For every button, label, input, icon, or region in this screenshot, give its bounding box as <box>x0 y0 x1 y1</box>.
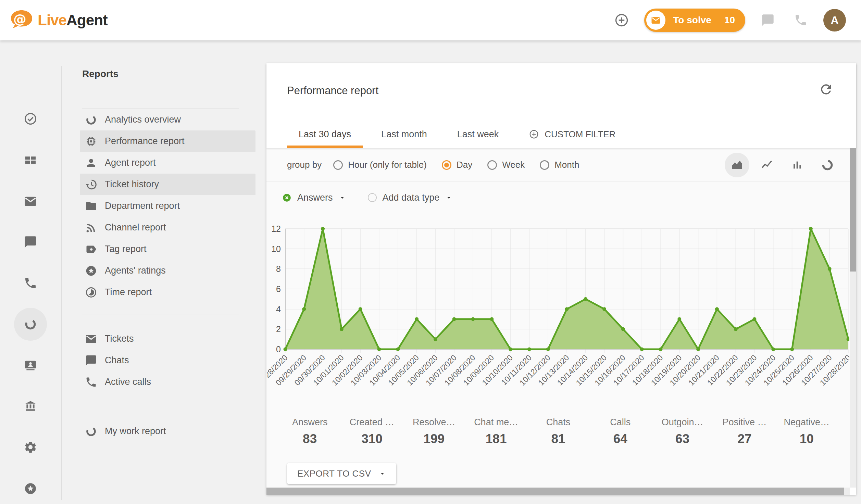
rail-item-dashboard[interactable] <box>0 144 61 177</box>
chevron-down-icon[interactable] <box>339 194 346 201</box>
nav-item-analytics-overview[interactable]: Analytics overview <box>80 109 255 130</box>
group-by-option-month[interactable]: Month <box>540 160 579 170</box>
rail-item-gear[interactable] <box>0 431 61 464</box>
horizontal-scrollbar[interactable] <box>266 488 850 495</box>
brand-live: Live <box>38 12 66 29</box>
memory-icon <box>85 135 97 148</box>
radio-off-icon[interactable] <box>487 160 497 170</box>
radio-label: Month <box>554 160 579 170</box>
to-solve-count: 10 <box>724 15 735 26</box>
tab-label: Last month <box>381 129 427 140</box>
rail-item-star-circle[interactable] <box>0 472 61 504</box>
tab-last-month[interactable]: Last month <box>370 121 439 148</box>
series-chip-label: Answers <box>297 192 333 203</box>
svg-text:0: 0 <box>276 344 281 354</box>
nav-item-channel-report[interactable]: Channel report <box>80 217 255 238</box>
tab-last-week[interactable]: Last week <box>446 121 511 148</box>
nav-item-ticket-history[interactable]: Ticket history <box>80 174 255 195</box>
radio-off-icon[interactable] <box>540 160 549 170</box>
vertical-scrollbar[interactable] <box>850 148 856 488</box>
rail-item-chat[interactable] <box>0 226 61 259</box>
radio-on-icon[interactable] <box>442 160 451 170</box>
performance-area-chart: 02468101209/28/202009/29/202009/30/20201… <box>267 216 849 405</box>
rail-item-reports-donut[interactable] <box>0 308 61 341</box>
radio-off-icon[interactable] <box>333 160 343 170</box>
rail-item-bank[interactable] <box>0 390 61 423</box>
nav-item-agent-report[interactable]: Agent report <box>80 152 255 174</box>
brand: @ LiveAgent <box>0 10 108 31</box>
avatar[interactable]: A <box>823 9 846 32</box>
chat-icon <box>761 13 775 27</box>
stat-label: Answers <box>279 417 341 428</box>
nav-item-label: My work report <box>105 426 166 437</box>
nav-item-label: Tickets <box>105 333 134 344</box>
gear-icon <box>24 440 37 454</box>
rail-item-contacts-card[interactable] <box>0 349 61 381</box>
person-icon <box>85 157 97 169</box>
tag-icon <box>85 243 97 255</box>
nav-item-time-report[interactable]: Time report <box>80 281 255 303</box>
nav-item-chats[interactable]: Chats <box>80 350 255 371</box>
series-chip-answers[interactable]: Answers <box>282 192 346 203</box>
group-by-option-week[interactable]: Week <box>487 160 525 170</box>
nav-item-label: Agent report <box>105 158 156 168</box>
phone-icon <box>85 376 97 388</box>
stat-chats: Chats81 <box>527 417 589 446</box>
line-chart-icon <box>760 158 774 172</box>
rail-item-phone[interactable] <box>0 267 61 300</box>
brand-agent: Agent <box>66 12 108 29</box>
stat-label: Calls <box>589 417 651 428</box>
nav-item-department-report[interactable]: Department report <box>80 195 255 217</box>
export-to-csv-button[interactable]: EXPORT TO CSV <box>287 463 396 484</box>
nav-item-label: Tag report <box>105 244 147 254</box>
nav-item-my-work-report[interactable]: My work report <box>80 420 255 442</box>
stat-value: 83 <box>279 432 341 446</box>
to-solve-envelope-circle <box>646 11 665 30</box>
vertical-scrollbar-thumb[interactable] <box>850 148 856 272</box>
custom-filter-button[interactable]: CUSTOM FILTER <box>529 129 615 140</box>
radio-label: Hour (only for table) <box>348 160 427 170</box>
performance-report-card: Performance report Last 30 daysLast mont… <box>266 63 856 495</box>
chevron-down-icon[interactable] <box>445 194 452 201</box>
check-circle-icon <box>24 112 37 126</box>
stat-resolve: Resolve…199 <box>403 417 465 446</box>
nav-item-agents-ratings[interactable]: Agents' ratings <box>80 260 255 281</box>
nav-item-tickets[interactable]: Tickets <box>80 328 255 350</box>
add-data-type-label: Add data type <box>383 192 440 203</box>
rail-item-mail[interactable] <box>0 185 61 218</box>
bank-icon <box>24 399 37 413</box>
horizontal-scrollbar-thumb[interactable] <box>266 488 844 495</box>
nav-group-2: My work report <box>62 420 255 442</box>
tab-label: Last 30 days <box>299 129 351 140</box>
nav-group-0: Analytics overviewPerformance reportAgen… <box>62 109 255 303</box>
reports-donut-icon <box>24 317 37 331</box>
add-button[interactable] <box>611 10 632 30</box>
rail-item-check-circle[interactable] <box>0 102 61 135</box>
bar-chart-button[interactable] <box>785 153 810 177</box>
nav-item-label: Department report <box>105 201 180 211</box>
nav-divider <box>82 406 239 406</box>
line-chart-button[interactable] <box>755 153 779 177</box>
area-chart-icon <box>730 158 744 172</box>
nav-item-active-calls[interactable]: Active calls <box>80 371 255 393</box>
star-circle-icon <box>24 482 37 495</box>
to-solve-pill[interactable]: To solve 10 <box>644 9 745 32</box>
stat-value: 64 <box>589 432 651 446</box>
remove-series-icon[interactable] <box>282 193 291 202</box>
stat-label: Negative… <box>776 417 838 428</box>
refresh-button[interactable] <box>816 79 836 100</box>
tab-label: Last week <box>457 129 499 140</box>
calls-button[interactable] <box>790 10 811 30</box>
stat-negative: Negative…10 <box>776 417 838 446</box>
add-data-type[interactable]: Add data type <box>368 192 453 203</box>
chart-type-toolbar <box>725 153 840 177</box>
chats-button[interactable] <box>758 10 778 30</box>
donut-chart-button[interactable] <box>815 153 840 177</box>
svg-text:12: 12 <box>271 224 281 234</box>
group-by-option-day[interactable]: Day <box>442 160 472 170</box>
nav-item-performance-report[interactable]: Performance report <box>80 130 255 152</box>
area-chart-button[interactable] <box>725 153 749 177</box>
nav-item-tag-report[interactable]: Tag report <box>80 238 255 260</box>
group-by-option-hour-only-for-table[interactable]: Hour (only for table) <box>333 160 427 170</box>
tab-last-30-days[interactable]: Last 30 days <box>287 121 363 148</box>
